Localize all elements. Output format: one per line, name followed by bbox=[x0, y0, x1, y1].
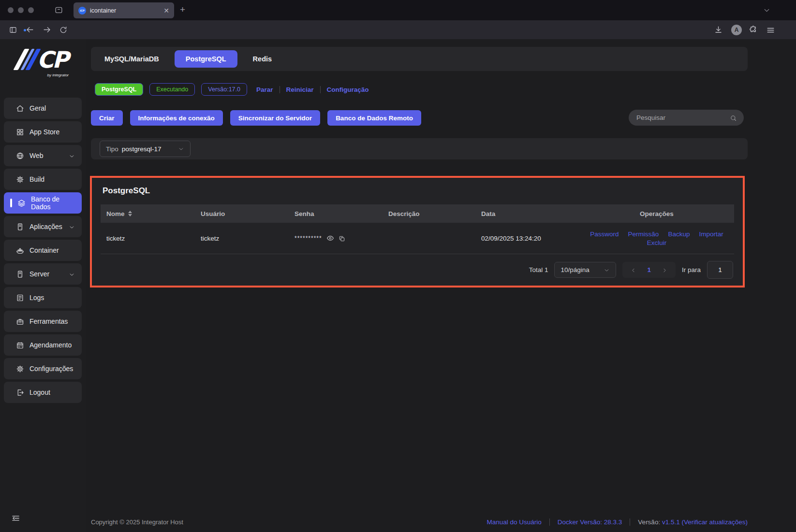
firefox-view-icon[interactable] bbox=[54, 5, 63, 14]
stop-link[interactable]: Parar bbox=[256, 86, 273, 93]
tab-close-icon[interactable]: ✕ bbox=[163, 7, 169, 14]
sidebar-toggle-icon[interactable] bbox=[9, 25, 17, 34]
account-icon[interactable]: A bbox=[731, 25, 742, 35]
sidebar-item-server[interactable]: Server bbox=[4, 263, 82, 285]
server-tower-icon bbox=[16, 270, 24, 278]
filter-panel: Tipo postgresql-17 bbox=[91, 138, 748, 159]
backup-link[interactable]: Backup bbox=[668, 230, 690, 238]
docker-version-link[interactable]: Docker Versão: 28.3.3 bbox=[558, 518, 622, 526]
type-select[interactable]: Tipo postgresql-17 bbox=[100, 141, 191, 157]
forward-icon[interactable] bbox=[43, 25, 52, 34]
header-label: Nome bbox=[106, 210, 125, 217]
docker-icon bbox=[16, 246, 24, 255]
goto-page-input[interactable] bbox=[707, 261, 733, 279]
sidebar-item-web[interactable]: Web bbox=[4, 145, 82, 166]
check-updates-link[interactable]: v1.5.1 (Verificar atualizações) bbox=[662, 518, 748, 526]
chevron-down-icon bbox=[69, 152, 75, 159]
pager: 1 bbox=[622, 262, 676, 278]
remote-database-button[interactable]: Banco de Dados Remoto bbox=[327, 110, 421, 126]
chevron-down-icon bbox=[69, 223, 75, 230]
new-tab-button[interactable]: + bbox=[180, 4, 185, 15]
reload-icon[interactable] bbox=[59, 25, 68, 34]
tab-mysql-mariadb[interactable]: MySQL/MariaDB bbox=[104, 55, 159, 63]
chevron-down-icon bbox=[604, 266, 610, 273]
password-link[interactable]: Password bbox=[590, 230, 619, 238]
collapse-sidebar-icon[interactable] bbox=[11, 513, 21, 523]
logo-tagline: by integrator bbox=[47, 73, 69, 77]
eye-icon[interactable] bbox=[326, 234, 334, 242]
sidebar-item-logs[interactable]: Logs bbox=[4, 287, 82, 308]
sidebar-item-label: Configurações bbox=[29, 365, 73, 373]
user-manual-link[interactable]: Manual do Usuário bbox=[486, 518, 541, 526]
sidebar-item-label: Banco de Dados bbox=[31, 195, 75, 211]
logo-text: CP bbox=[37, 48, 68, 71]
version-label: Versão: bbox=[638, 518, 660, 526]
sidebar-item-banco-de-dados[interactable]: Banco de Dados bbox=[4, 192, 82, 214]
tab-redis[interactable]: Redis bbox=[253, 55, 272, 63]
configuration-link[interactable]: Configuração bbox=[327, 86, 369, 93]
sync-server-button[interactable]: Sincronizar do Servidor bbox=[230, 110, 320, 126]
create-button[interactable]: Criar bbox=[91, 110, 123, 126]
window-controls[interactable] bbox=[8, 7, 34, 13]
chevron-down-icon bbox=[178, 144, 184, 153]
tab-list-chevron-icon[interactable] bbox=[763, 6, 771, 14]
goto-label: Ir para bbox=[682, 266, 701, 273]
total-count: Total 1 bbox=[529, 266, 548, 273]
sort-icon[interactable] bbox=[128, 211, 132, 216]
connection-info-button[interactable]: Informações de conexão bbox=[130, 110, 223, 126]
next-page-icon[interactable] bbox=[656, 266, 674, 273]
password-mask: ********** bbox=[295, 235, 322, 242]
menu-icon[interactable] bbox=[766, 26, 775, 35]
browser-tab[interactable]: ICP icontainer ✕ bbox=[74, 2, 174, 18]
restart-link[interactable]: Reiniciar bbox=[286, 86, 314, 93]
import-link[interactable]: Importar bbox=[699, 230, 723, 238]
database-type-tabs: MySQL/MariaDB PostgreSQL Redis bbox=[91, 47, 748, 71]
copy-icon[interactable] bbox=[339, 234, 345, 242]
main-content: MySQL/MariaDB PostgreSQL Redis PostgreSQ… bbox=[86, 39, 796, 532]
sidebar-item-geral[interactable]: Geral bbox=[4, 98, 82, 119]
sidebar-item-configuracoes[interactable]: Configurações bbox=[4, 358, 82, 379]
sidebar-item-app-store[interactable]: App Store bbox=[4, 121, 82, 143]
header-nome[interactable]: Nome bbox=[101, 210, 195, 217]
footer: Copyright © 2025 Integrator Host Manual … bbox=[91, 518, 748, 526]
browser-tabstrip: ICP icontainer ✕ + bbox=[0, 0, 796, 20]
header-descricao: Descrição bbox=[383, 210, 475, 217]
search-icon[interactable] bbox=[730, 114, 737, 122]
cell-usuario: ticketz bbox=[195, 235, 289, 242]
toolbox-icon bbox=[16, 317, 24, 326]
sidebar-item-label: App Store bbox=[29, 128, 59, 136]
sidebar-item-label: Agendamento bbox=[29, 341, 72, 349]
delete-link[interactable]: Excluir bbox=[647, 239, 667, 246]
header-usuario: Usuário bbox=[195, 210, 289, 217]
gear-icon bbox=[16, 175, 24, 184]
downloads-icon[interactable] bbox=[714, 25, 723, 34]
copyright-text: Copyright © 2025 Integrator Host bbox=[91, 518, 183, 526]
permission-link[interactable]: Permissão bbox=[628, 230, 659, 238]
sidebar-item-label: Web bbox=[29, 152, 44, 159]
current-page[interactable]: 1 bbox=[642, 266, 656, 273]
search-input[interactable] bbox=[635, 114, 730, 122]
server-tower-icon bbox=[16, 222, 24, 231]
tab-postgresql[interactable]: PostgreSQL bbox=[175, 50, 237, 68]
globe-icon bbox=[16, 151, 24, 160]
table-title: PostgreSQL bbox=[103, 186, 734, 196]
browser-window: ICP icontainer ✕ + bbox=[0, 0, 796, 532]
service-status-row: PostgreSQL Executando Versão:17.0 Parar … bbox=[95, 83, 369, 96]
version-badge: Versão:17.0 bbox=[201, 83, 247, 96]
extensions-icon[interactable] bbox=[749, 25, 758, 34]
table-header-row: Nome Usuário Senha Descrição Data Operaç… bbox=[101, 204, 734, 223]
divider bbox=[320, 86, 321, 93]
type-select-value: postgresql-17 bbox=[122, 145, 162, 153]
divider bbox=[549, 518, 550, 526]
page-size-value: 10/página bbox=[560, 266, 589, 273]
sidebar-item-build[interactable]: Build bbox=[4, 169, 82, 190]
cell-nome: ticketz bbox=[101, 235, 195, 242]
back-icon[interactable] bbox=[25, 25, 34, 34]
sidebar-item-agendamento[interactable]: Agendamento bbox=[4, 334, 82, 356]
page-size-select[interactable]: 10/página bbox=[554, 262, 616, 278]
sidebar-item-aplicacoes[interactable]: Aplicações bbox=[4, 216, 82, 237]
prev-page-icon[interactable] bbox=[624, 266, 642, 273]
sidebar-item-logout[interactable]: Logout bbox=[4, 382, 82, 403]
sidebar-item-container[interactable]: Container bbox=[4, 240, 82, 261]
sidebar-item-ferramentas[interactable]: Ferramentas bbox=[4, 311, 82, 332]
